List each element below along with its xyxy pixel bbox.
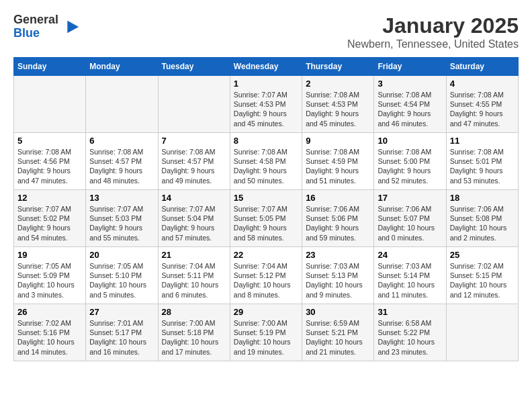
weekday-header-cell: Monday — [86, 58, 158, 76]
calendar-day-cell: 21Sunrise: 7:04 AM Sunset: 5:11 PM Dayli… — [158, 247, 230, 304]
calendar-day-cell: 7Sunrise: 7:08 AM Sunset: 4:57 PM Daylig… — [158, 133, 230, 190]
day-number: 30 — [306, 307, 370, 317]
day-detail: Sunrise: 7:08 AM Sunset: 5:00 PM Dayligh… — [378, 147, 442, 185]
weekday-header-cell: Friday — [374, 58, 446, 76]
day-detail: Sunrise: 6:58 AM Sunset: 5:22 PM Dayligh… — [378, 318, 442, 357]
day-number: 25 — [450, 250, 515, 260]
calendar-day-cell: 17Sunrise: 7:06 AM Sunset: 5:07 PM Dayli… — [374, 190, 446, 247]
day-detail: Sunrise: 7:05 AM Sunset: 5:10 PM Dayligh… — [89, 261, 154, 300]
calendar-day-cell: 9Sunrise: 7:08 AM Sunset: 4:59 PM Daylig… — [302, 133, 374, 190]
day-number: 24 — [378, 250, 442, 260]
svg-marker-0 — [67, 20, 79, 33]
weekday-header-cell: Thursday — [302, 58, 374, 76]
day-detail: Sunrise: 7:07 AM Sunset: 5:02 PM Dayligh… — [17, 204, 82, 242]
day-detail: Sunrise: 7:08 AM Sunset: 4:53 PM Dayligh… — [306, 90, 370, 128]
month-title: January 2025 — [347, 13, 519, 38]
day-number: 23 — [306, 250, 370, 260]
day-number: 2 — [306, 79, 370, 89]
day-detail: Sunrise: 7:01 AM Sunset: 5:17 PM Dayligh… — [89, 318, 154, 357]
day-detail: Sunrise: 7:08 AM Sunset: 4:54 PM Dayligh… — [378, 90, 442, 128]
day-number: 13 — [89, 193, 154, 203]
day-detail: Sunrise: 7:02 AM Sunset: 5:15 PM Dayligh… — [450, 261, 515, 300]
day-number: 31 — [378, 307, 442, 317]
day-number: 10 — [378, 136, 442, 146]
calendar-day-cell: 27Sunrise: 7:01 AM Sunset: 5:17 PM Dayli… — [86, 304, 158, 361]
day-detail: Sunrise: 7:03 AM Sunset: 5:13 PM Dayligh… — [306, 261, 370, 300]
calendar-week-row: 5Sunrise: 7:08 AM Sunset: 4:56 PM Daylig… — [14, 133, 519, 190]
calendar-day-cell: 24Sunrise: 7:03 AM Sunset: 5:14 PM Dayli… — [374, 247, 446, 304]
day-number: 1 — [234, 79, 298, 89]
day-number: 8 — [234, 136, 298, 146]
day-detail: Sunrise: 7:08 AM Sunset: 4:56 PM Dayligh… — [17, 147, 82, 185]
day-detail: Sunrise: 7:08 AM Sunset: 4:57 PM Dayligh… — [89, 147, 154, 185]
day-number: 17 — [378, 193, 442, 203]
day-detail: Sunrise: 7:04 AM Sunset: 5:11 PM Dayligh… — [162, 261, 226, 300]
weekday-header-cell: Tuesday — [158, 58, 230, 76]
day-number: 27 — [89, 307, 154, 317]
day-number: 6 — [89, 136, 154, 146]
calendar-day-cell: 1Sunrise: 7:07 AM Sunset: 4:53 PM Daylig… — [230, 76, 302, 133]
calendar-day-cell: 14Sunrise: 7:07 AM Sunset: 5:04 PM Dayli… — [158, 190, 230, 247]
day-detail: Sunrise: 7:08 AM Sunset: 4:55 PM Dayligh… — [450, 90, 515, 128]
day-detail: Sunrise: 7:02 AM Sunset: 5:16 PM Dayligh… — [17, 318, 82, 357]
day-detail: Sunrise: 7:06 AM Sunset: 5:06 PM Dayligh… — [306, 204, 370, 242]
calendar-day-cell: 23Sunrise: 7:03 AM Sunset: 5:13 PM Dayli… — [302, 247, 374, 304]
calendar-day-cell — [446, 304, 518, 361]
day-number: 7 — [162, 136, 226, 146]
calendar-body: 1Sunrise: 7:07 AM Sunset: 4:53 PM Daylig… — [14, 76, 519, 361]
day-number: 3 — [378, 79, 442, 89]
day-detail: Sunrise: 7:08 AM Sunset: 4:59 PM Dayligh… — [306, 147, 370, 185]
calendar-day-cell: 3Sunrise: 7:08 AM Sunset: 4:54 PM Daylig… — [374, 76, 446, 133]
calendar-week-row: 1Sunrise: 7:07 AM Sunset: 4:53 PM Daylig… — [14, 76, 519, 133]
weekday-header-cell: Wednesday — [230, 58, 302, 76]
day-number: 9 — [306, 136, 370, 146]
title-block: January 2025 Newbern, Tennessee, United … — [347, 13, 519, 50]
calendar-day-cell: 10Sunrise: 7:08 AM Sunset: 5:00 PM Dayli… — [374, 133, 446, 190]
calendar-day-cell: 6Sunrise: 7:08 AM Sunset: 4:57 PM Daylig… — [86, 133, 158, 190]
day-detail: Sunrise: 7:06 AM Sunset: 5:07 PM Dayligh… — [378, 204, 442, 242]
calendar-day-cell: 22Sunrise: 7:04 AM Sunset: 5:12 PM Dayli… — [230, 247, 302, 304]
calendar-day-cell: 26Sunrise: 7:02 AM Sunset: 5:16 PM Dayli… — [14, 304, 86, 361]
weekday-header-cell: Sunday — [14, 58, 86, 76]
logo-general: General — [13, 13, 58, 26]
calendar-day-cell: 29Sunrise: 7:00 AM Sunset: 5:19 PM Dayli… — [230, 304, 302, 361]
calendar-day-cell: 30Sunrise: 6:59 AM Sunset: 5:21 PM Dayli… — [302, 304, 374, 361]
calendar-day-cell: 5Sunrise: 7:08 AM Sunset: 4:56 PM Daylig… — [14, 133, 86, 190]
day-detail: Sunrise: 6:59 AM Sunset: 5:21 PM Dayligh… — [306, 318, 370, 357]
day-number: 14 — [162, 193, 226, 203]
calendar-week-row: 26Sunrise: 7:02 AM Sunset: 5:16 PM Dayli… — [14, 304, 519, 361]
day-detail: Sunrise: 7:00 AM Sunset: 5:19 PM Dayligh… — [234, 318, 298, 357]
calendar-day-cell: 2Sunrise: 7:08 AM Sunset: 4:53 PM Daylig… — [302, 76, 374, 133]
day-detail: Sunrise: 7:08 AM Sunset: 5:01 PM Dayligh… — [450, 147, 515, 185]
calendar-day-cell: 12Sunrise: 7:07 AM Sunset: 5:02 PM Dayli… — [14, 190, 86, 247]
calendar-day-cell: 4Sunrise: 7:08 AM Sunset: 4:55 PM Daylig… — [446, 76, 518, 133]
calendar-week-row: 19Sunrise: 7:05 AM Sunset: 5:09 PM Dayli… — [14, 247, 519, 304]
day-detail: Sunrise: 7:04 AM Sunset: 5:12 PM Dayligh… — [234, 261, 298, 300]
day-number: 22 — [234, 250, 298, 260]
calendar-day-cell — [86, 76, 158, 133]
day-detail: Sunrise: 7:07 AM Sunset: 4:53 PM Dayligh… — [234, 90, 298, 128]
day-number: 28 — [162, 307, 226, 317]
day-detail: Sunrise: 7:07 AM Sunset: 5:03 PM Dayligh… — [89, 204, 154, 242]
calendar-day-cell: 19Sunrise: 7:05 AM Sunset: 5:09 PM Dayli… — [14, 247, 86, 304]
day-detail: Sunrise: 7:03 AM Sunset: 5:14 PM Dayligh… — [378, 261, 442, 300]
calendar-day-cell: 8Sunrise: 7:08 AM Sunset: 4:58 PM Daylig… — [230, 133, 302, 190]
calendar-day-cell: 18Sunrise: 7:06 AM Sunset: 5:08 PM Dayli… — [446, 190, 518, 247]
logo-icon — [61, 17, 80, 36]
day-detail: Sunrise: 7:05 AM Sunset: 5:09 PM Dayligh… — [17, 261, 82, 300]
day-number: 16 — [306, 193, 370, 203]
day-number: 11 — [450, 136, 515, 146]
day-detail: Sunrise: 7:06 AM Sunset: 5:08 PM Dayligh… — [450, 204, 515, 242]
calendar-day-cell: 25Sunrise: 7:02 AM Sunset: 5:15 PM Dayli… — [446, 247, 518, 304]
day-number: 4 — [450, 79, 515, 89]
day-detail: Sunrise: 7:07 AM Sunset: 5:05 PM Dayligh… — [234, 204, 298, 242]
page-header: General Blue January 2025 Newbern, Tenne… — [13, 13, 519, 50]
calendar-day-cell: 13Sunrise: 7:07 AM Sunset: 5:03 PM Dayli… — [86, 190, 158, 247]
calendar-day-cell — [158, 76, 230, 133]
calendar-table: SundayMondayTuesdayWednesdayThursdayFrid… — [13, 57, 519, 361]
day-number: 29 — [234, 307, 298, 317]
logo-blue: Blue — [13, 26, 40, 40]
day-number: 26 — [17, 307, 82, 317]
calendar-day-cell: 20Sunrise: 7:05 AM Sunset: 5:10 PM Dayli… — [86, 247, 158, 304]
day-detail: Sunrise: 7:00 AM Sunset: 5:18 PM Dayligh… — [162, 318, 226, 357]
